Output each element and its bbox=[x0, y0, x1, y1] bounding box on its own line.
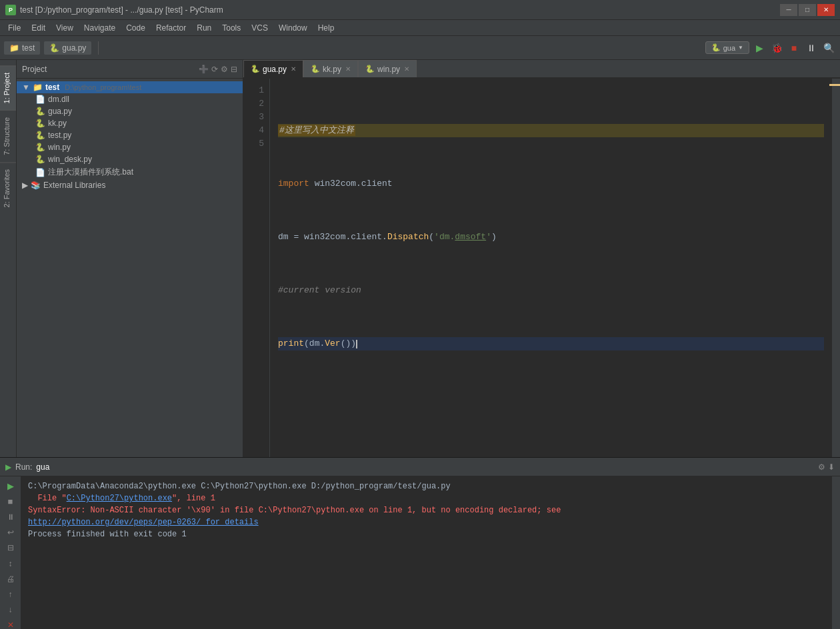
editor-scrollbar[interactable] bbox=[832, 79, 840, 457]
python-file-icon: 🐍 bbox=[49, 43, 59, 53]
run-line-1: C:\ProgramData\Anaconda2\python.exe C:\P… bbox=[28, 480, 825, 492]
menu-view[interactable]: View bbox=[51, 22, 79, 34]
run-scrollbar[interactable] bbox=[832, 476, 840, 629]
menubar: File Edit View Navigate Code Refactor Ru… bbox=[0, 20, 840, 36]
gua-tab-close[interactable]: ✕ bbox=[291, 65, 296, 73]
run-down-btn[interactable]: ↓ bbox=[3, 603, 18, 617]
window-title: test [D:/python_program/test] - .../gua.… bbox=[20, 5, 223, 15]
folder-path: D:\python_program\test bbox=[65, 83, 141, 91]
search-everywhere-button[interactable]: 🔍 bbox=[821, 41, 836, 55]
project-tab[interactable]: 📁 test bbox=[4, 41, 40, 55]
main-area: 1: Project 7: Structure 2: Favorites Pro… bbox=[0, 60, 840, 457]
pause-button[interactable]: ⏸ bbox=[804, 41, 819, 55]
gua-py-icon: 🐍 bbox=[251, 65, 260, 73]
file-breadcrumb-label: gua.py bbox=[62, 43, 86, 53]
file-icon-kk: 🐍 bbox=[35, 119, 45, 128]
editor-tab-kk[interactable]: 🐍 kk.py ✕ bbox=[303, 60, 358, 77]
file-icon-dll: 📄 bbox=[35, 95, 45, 104]
app-icon: P bbox=[5, 5, 16, 15]
run-wrap-btn[interactable]: ↩ bbox=[3, 526, 18, 540]
code-line-5: print(dm.Ver()) bbox=[278, 337, 824, 350]
collapse-icon[interactable]: ⊟ bbox=[231, 65, 237, 74]
run-download-icon[interactable]: ⬇ bbox=[828, 462, 835, 472]
code-line-1: #这里写入中文注释 bbox=[278, 124, 824, 137]
add-icon[interactable]: ➕ bbox=[199, 65, 209, 74]
run-pause-btn[interactable]: ⏸ bbox=[3, 510, 18, 524]
run-cross-btn[interactable]: ✕ bbox=[3, 618, 18, 629]
run-scroll-btn[interactable]: ↕ bbox=[3, 556, 18, 570]
menu-vcs[interactable]: VCS bbox=[246, 22, 273, 34]
menu-help[interactable]: Help bbox=[313, 22, 340, 34]
project-panel-header: Project ➕ ⟳ ⚙ ⊟ bbox=[17, 60, 243, 79]
run-panel: ▶ Run: gua ⚙ ⬇ ▶ ■ ⏸ ↩ ⊟ ↕ 🖨 ↑ ↓ ✕ ? C:\… bbox=[0, 457, 840, 629]
sync-icon[interactable]: ⟳ bbox=[211, 65, 218, 74]
run-up-btn[interactable]: ↑ bbox=[3, 587, 18, 601]
run-panel-title: Run: bbox=[15, 462, 32, 472]
tree-item-win-py[interactable]: 🐍 win.py bbox=[17, 141, 243, 153]
editor-tab-gua[interactable]: 🐍 gua.py ✕ bbox=[243, 60, 303, 77]
menu-window[interactable]: Window bbox=[273, 22, 313, 34]
tree-item-gua-py[interactable]: 🐍 gua.py bbox=[17, 105, 243, 117]
tree-item-dm-dll[interactable]: 📄 dm.dll bbox=[17, 93, 243, 105]
gua-tab-label: gua.py bbox=[263, 65, 287, 74]
cursor bbox=[356, 340, 357, 348]
file-label-bat: 注册大漠插件到系统.bat bbox=[48, 167, 133, 178]
run-print-btn[interactable]: 🖨 bbox=[3, 572, 18, 586]
editor-tab-win[interactable]: 🐍 win.py ✕ bbox=[358, 60, 417, 77]
project-tab-label: test bbox=[22, 43, 35, 53]
tree-item-test-folder[interactable]: ▼ 📁 test D:\python_program\test bbox=[17, 81, 243, 93]
tree-item-kk-py[interactable]: 🐍 kk.py bbox=[17, 117, 243, 129]
menu-tools[interactable]: Tools bbox=[217, 22, 246, 34]
run-play-btn[interactable]: ▶ bbox=[3, 479, 18, 493]
file-breadcrumb[interactable]: 🐍 gua.py bbox=[44, 41, 91, 55]
line-num-2: 2 bbox=[243, 97, 264, 111]
side-tab-structure[interactable]: 7: Structure bbox=[0, 110, 16, 162]
tree-item-external-libs[interactable]: ▶ 📚 External Libraries bbox=[17, 179, 243, 191]
side-tab-favorites[interactable]: 2: Favorites bbox=[0, 162, 16, 214]
win-tab-close[interactable]: ✕ bbox=[404, 65, 409, 73]
tree-item-test-py[interactable]: 🐍 test.py bbox=[17, 129, 243, 141]
line-num-3: 3 bbox=[243, 111, 264, 124]
debug-button[interactable]: 🐞 bbox=[769, 41, 784, 55]
line-numbers: 1 2 3 4 5 bbox=[243, 79, 270, 457]
file-label-test: test.py bbox=[48, 131, 71, 140]
run-settings-icon[interactable]: ⚙ bbox=[818, 462, 825, 472]
side-panel: 1: Project 7: Structure 2: Favorites bbox=[0, 60, 17, 457]
expand-icon-ext: ▶ bbox=[22, 181, 28, 190]
settings-icon[interactable]: ⚙ bbox=[221, 65, 228, 74]
menu-refactor[interactable]: Refactor bbox=[151, 22, 191, 34]
code-line-4: #current version bbox=[278, 284, 824, 297]
file-label-win: win.py bbox=[48, 143, 71, 152]
file-label-dm-dll: dm.dll bbox=[48, 95, 69, 104]
run-config-selector[interactable]: 🐍 gua ▼ bbox=[705, 41, 749, 54]
run-line-6: Process finished with exit code 1 bbox=[28, 528, 825, 540]
tree-item-bat[interactable]: 📄 注册大漠插件到系统.bat bbox=[17, 165, 243, 179]
run-stop-btn[interactable]: ■ bbox=[3, 494, 18, 508]
menu-run[interactable]: Run bbox=[191, 22, 217, 34]
kk-tab-close[interactable]: ✕ bbox=[345, 65, 351, 73]
menu-code[interactable]: Code bbox=[121, 22, 151, 34]
run-line-3: SyntaxError: Non-ASCII character '\x90' … bbox=[28, 504, 825, 516]
run-filter-btn[interactable]: ⊟ bbox=[3, 541, 18, 555]
code-editor[interactable]: 1 2 3 4 5 #这里写入中文注释 import win32com.clie… bbox=[243, 79, 840, 457]
close-button[interactable]: ✕ bbox=[817, 4, 835, 16]
code-content[interactable]: #这里写入中文注释 import win32com.client dm = wi… bbox=[270, 79, 832, 457]
minimize-button[interactable]: ─ bbox=[780, 4, 797, 16]
tree-item-win-desk-py[interactable]: 🐍 win_desk.py bbox=[17, 153, 243, 165]
side-tab-project[interactable]: 1: Project bbox=[0, 65, 16, 110]
ext-libs-label: External Libraries bbox=[43, 181, 105, 190]
run-toolbar: ▶ ■ ⏸ ↩ ⊟ ↕ 🖨 ↑ ↓ ✕ ? bbox=[0, 476, 21, 629]
win-tab-label: win.py bbox=[377, 65, 400, 74]
kk-py-icon: 🐍 bbox=[311, 65, 320, 73]
run-line-4[interactable]: http://python.org/dev/peps/pep-0263/ for… bbox=[28, 516, 825, 528]
run-output[interactable]: C:\ProgramData\Anaconda2\python.exe C:\P… bbox=[21, 476, 832, 629]
menu-navigate[interactable]: Navigate bbox=[79, 22, 121, 34]
editor-tabs: 🐍 gua.py ✕ 🐍 kk.py ✕ 🐍 win.py ✕ bbox=[243, 60, 840, 79]
maximize-button[interactable]: □ bbox=[799, 4, 816, 16]
right-margin-indicator bbox=[829, 79, 832, 457]
menu-edit[interactable]: Edit bbox=[26, 22, 51, 34]
menu-file[interactable]: File bbox=[3, 22, 26, 34]
run-button[interactable]: ▶ bbox=[752, 41, 767, 55]
file-icon-test: 🐍 bbox=[35, 131, 45, 140]
stop-button[interactable]: ■ bbox=[787, 41, 801, 55]
